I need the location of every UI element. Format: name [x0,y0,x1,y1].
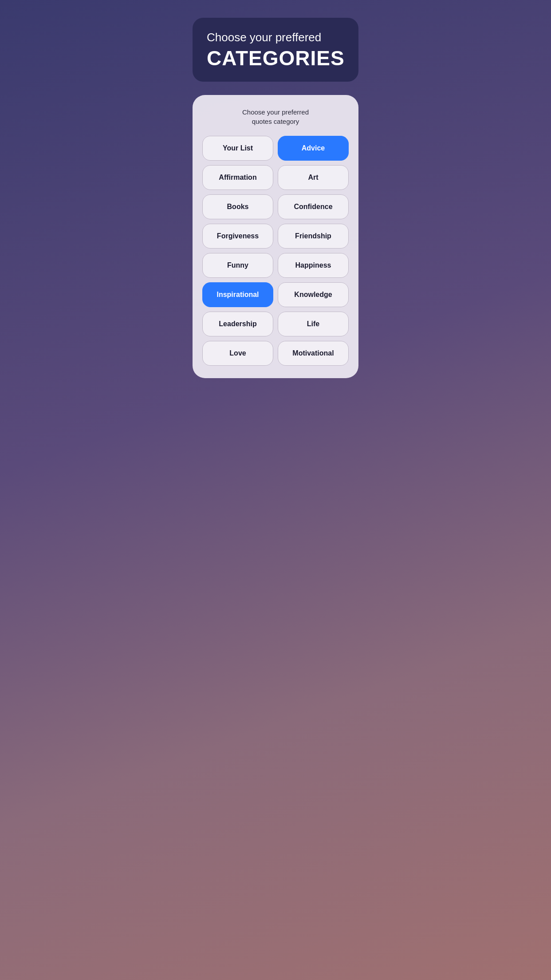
category-row-2: BooksConfidence [202,194,349,219]
category-btn-love[interactable]: Love [202,341,273,366]
header-subtitle: Choose your preffered [207,30,344,45]
categories-grid: Your ListAdviceAffirmationArtBooksConfid… [202,136,349,366]
category-btn-your-list[interactable]: Your List [202,136,273,161]
category-btn-knowledge[interactable]: Knowledge [278,282,349,307]
category-btn-friendship[interactable]: Friendship [278,224,349,249]
category-btn-advice[interactable]: Advice [278,136,349,161]
category-row-7: LoveMotivational [202,341,349,366]
categories-card: Choose your preferred quotes category Yo… [193,95,358,378]
category-row-3: ForgivenessFriendship [202,224,349,249]
category-btn-inspirational[interactable]: Inspirational [202,282,273,307]
category-btn-funny[interactable]: Funny [202,253,273,278]
category-row-5: InspirationalKnowledge [202,282,349,307]
category-btn-life[interactable]: Life [278,312,349,336]
category-btn-leadership[interactable]: Leadership [202,312,273,336]
category-row-0: Your ListAdvice [202,136,349,161]
category-btn-happiness[interactable]: Happiness [278,253,349,278]
category-btn-forgiveness[interactable]: Forgiveness [202,224,273,249]
category-btn-confidence[interactable]: Confidence [278,194,349,219]
card-subtitle: Choose your preferred quotes category [242,107,309,126]
category-row-6: LeadershipLife [202,312,349,336]
category-btn-motivational[interactable]: Motivational [278,341,349,366]
header-card: Choose your preffered CATEGORIES [193,18,358,82]
category-row-4: FunnyHappiness [202,253,349,278]
category-btn-art[interactable]: Art [278,165,349,190]
category-btn-books[interactable]: Books [202,194,273,219]
category-row-1: AffirmationArt [202,165,349,190]
header-title: CATEGORIES [207,47,344,70]
category-btn-affirmation[interactable]: Affirmation [202,165,273,190]
